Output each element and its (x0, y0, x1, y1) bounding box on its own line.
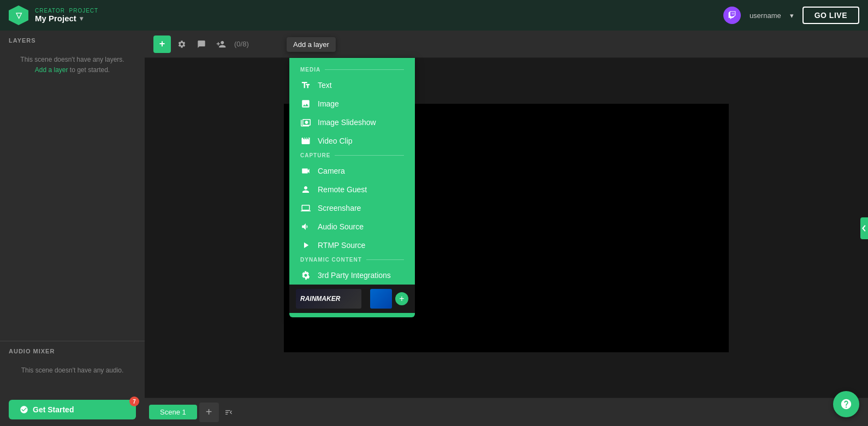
media-section-label: MEDIA (289, 64, 415, 76)
user-dropdown-icon[interactable]: ▾ (790, 11, 794, 20)
left-sidebar: LAYERS This scene doesn't have any layer… (0, 31, 145, 426)
logo-area: ▽ CREATOR PROJECT My Project ▾ (9, 5, 723, 25)
support-button[interactable] (833, 391, 859, 417)
video-clip-icon (300, 135, 311, 146)
layers-section: LAYERS This scene doesn't have any layer… (0, 31, 145, 341)
layers-empty-message: This scene doesn't have any layers. Add … (9, 55, 136, 75)
scene-bar: Scene 1 + (145, 398, 868, 426)
toolbar-row: + (0/8) Add a layer (145, 31, 868, 58)
promo-banner: RAINMAKER + (289, 285, 415, 313)
add-layer-tooltip: Add a layer (287, 37, 336, 52)
get-started-button[interactable]: Get Started 7 (9, 400, 136, 419)
integrations-icon (300, 270, 311, 281)
remote-guest-icon (300, 184, 311, 195)
project-name-text: My Project (35, 14, 76, 23)
guest-icon-button[interactable] (212, 36, 230, 53)
rtmp-source-icon (300, 240, 311, 251)
right-panel-toggle[interactable] (860, 217, 868, 239)
menu-item-text[interactable]: Text (289, 76, 415, 94)
menu-item-camera[interactable]: Camera (289, 162, 415, 180)
dynamic-section-label: DYNAMIC CONTENT (289, 255, 415, 266)
promo-text: RAINMAKER (300, 295, 340, 303)
preview-canvas (145, 58, 868, 398)
project-info: CREATOR PROJECT My Project ▾ (35, 8, 98, 23)
add-person-icon (216, 39, 226, 49)
audio-mixer-section: AUDIO MIXER This scene doesn't have any … (0, 341, 145, 393)
image-icon (300, 98, 311, 109)
menu-item-video-clip[interactable]: Video Clip (289, 132, 415, 150)
promo-image: RAINMAKER (296, 289, 361, 309)
settings-icon-button[interactable] (173, 36, 191, 53)
get-started-badge: 7 (129, 397, 139, 406)
menu-item-3rd-party[interactable]: 3rd Party Integrations (289, 266, 415, 285)
add-layer-dropdown: MEDIA Text Image (289, 58, 415, 317)
go-live-button[interactable]: GO LIVE (802, 7, 859, 24)
audio-mixer-empty: This scene doesn't have any audio. (9, 365, 136, 376)
menu-item-audio-source[interactable]: Audio Source (289, 217, 415, 236)
main-content: LAYERS This scene doesn't have any layer… (0, 31, 868, 426)
app-logo: ▽ (9, 5, 28, 25)
menu-item-image[interactable]: Image (289, 94, 415, 113)
add-layer-button[interactable]: + (153, 36, 171, 53)
get-started-label: Get Started (33, 405, 74, 414)
layer-count-text: (0/8) (234, 40, 249, 48)
settings-icon (177, 40, 186, 49)
comment-icon (197, 40, 206, 49)
twitch-avatar (723, 7, 741, 24)
comment-icon-button[interactable] (193, 36, 210, 53)
creator-label: CREATOR PROJECT (35, 8, 98, 14)
top-navigation: ▽ CREATOR PROJECT My Project ▾ username … (0, 0, 868, 31)
menu-item-screenshare[interactable]: Screenshare (289, 199, 415, 217)
support-icon (840, 398, 852, 410)
promo-add-button[interactable]: + (395, 292, 408, 305)
capture-section-label: CAPTURE (289, 150, 415, 162)
menu-item-rtmp-source[interactable]: RTMP Source (289, 236, 415, 255)
text-icon (300, 80, 311, 91)
add-layer-link[interactable]: Add a layer (35, 66, 68, 74)
menu-item-image-slideshow[interactable]: Image Slideshow (289, 113, 415, 132)
project-name-row[interactable]: My Project ▾ (35, 14, 98, 23)
user-name-text: username (750, 11, 781, 20)
slideshow-icon (300, 117, 311, 128)
add-scene-button[interactable]: + (199, 403, 219, 422)
check-circle-icon (20, 405, 28, 414)
screenshare-icon (300, 203, 311, 214)
promo-image-2 (370, 289, 392, 309)
audio-source-icon (300, 221, 311, 232)
menu-item-remote-guest[interactable]: Remote Guest (289, 180, 415, 199)
nav-right: username ▾ GO LIVE (723, 7, 859, 24)
camera-icon (300, 165, 311, 176)
center-column: + (0/8) Add a layer (145, 31, 868, 426)
scene-settings-icon[interactable] (221, 405, 236, 420)
chevron-down-icon: ▾ (80, 15, 83, 22)
audio-mixer-title: AUDIO MIXER (9, 348, 136, 354)
layers-title: LAYERS (9, 37, 136, 44)
scene-tab-1[interactable]: Scene 1 (149, 405, 197, 419)
